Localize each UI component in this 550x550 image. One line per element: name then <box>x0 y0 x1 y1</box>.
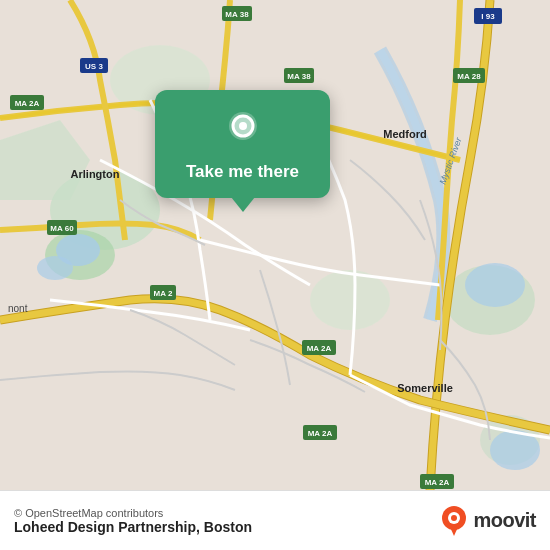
location-name-text: Loheed Design Partnership <box>14 519 196 535</box>
svg-text:MA 38: MA 38 <box>225 10 249 19</box>
moovit-icon <box>439 506 469 536</box>
bottom-info: © OpenStreetMap contributors Loheed Desi… <box>14 507 252 535</box>
city-text: Boston <box>204 519 252 535</box>
location-pin-icon <box>221 108 265 152</box>
svg-text:MA 38: MA 38 <box>287 72 311 81</box>
svg-text:Medford: Medford <box>383 128 426 140</box>
svg-text:MA 2A: MA 2A <box>15 99 40 108</box>
svg-text:MA 28: MA 28 <box>457 72 481 81</box>
moovit-brand-text: moovit <box>473 509 536 532</box>
attribution-text: © OpenStreetMap contributors <box>14 507 252 519</box>
svg-point-10 <box>465 263 525 307</box>
svg-text:MA 60: MA 60 <box>50 224 74 233</box>
svg-text:MA 2A: MA 2A <box>308 429 333 438</box>
bottom-bar: © OpenStreetMap contributors Loheed Desi… <box>0 490 550 550</box>
popup-label: Take me there <box>186 162 299 182</box>
moovit-logo: moovit <box>439 506 536 536</box>
location-name: Loheed Design Partnership, Boston <box>14 519 252 535</box>
take-me-there-button[interactable]: Take me there <box>155 90 330 198</box>
svg-point-41 <box>239 122 247 130</box>
svg-text:Arlington: Arlington <box>71 168 120 180</box>
map-container: I 93 MA 38 MA 38 US 3 MA 2A MA 28 MA 60 … <box>0 0 550 490</box>
svg-text:MA 2A: MA 2A <box>425 478 450 487</box>
svg-point-4 <box>310 270 390 330</box>
svg-point-9 <box>37 256 73 280</box>
svg-text:US 3: US 3 <box>85 62 103 71</box>
svg-text:nont: nont <box>8 303 28 314</box>
svg-text:I 93: I 93 <box>481 12 495 21</box>
svg-text:MA 2A: MA 2A <box>307 344 332 353</box>
svg-text:Somerville: Somerville <box>397 382 453 394</box>
svg-marker-45 <box>450 527 458 536</box>
svg-point-44 <box>451 515 457 521</box>
svg-text:MA 2: MA 2 <box>154 289 173 298</box>
